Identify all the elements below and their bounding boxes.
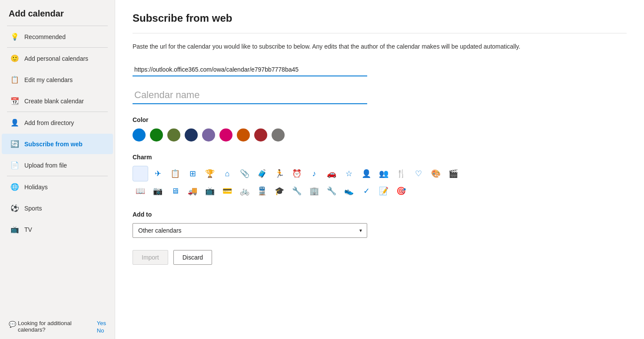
sidebar-item-add-from-dir[interactable]: 👤 Add from directory: [2, 112, 113, 133]
charm-building[interactable]: 🏢: [306, 183, 322, 199]
footer-text: Looking for additional calendars?: [18, 320, 95, 333]
sidebar-item-label: Add from directory: [24, 119, 74, 126]
charm-star[interactable]: ☆: [341, 166, 357, 181]
charm-display[interactable]: 📺: [202, 183, 218, 199]
sidebar-divider-2: [7, 47, 108, 48]
title-divider: [133, 33, 627, 33]
main-content: Subscribe from web Paste the url for the…: [115, 0, 644, 339]
color-navy[interactable]: [185, 128, 198, 142]
charm-plane[interactable]: ✈: [150, 166, 166, 181]
charm-train[interactable]: 🚆: [254, 183, 270, 199]
charm-target[interactable]: 🎯: [393, 183, 409, 199]
sidebar-item-label: Subscribe from web: [24, 141, 83, 148]
charm-first-aid[interactable]: ⊞: [185, 166, 200, 181]
charm-check[interactable]: ✓: [359, 183, 374, 199]
tv-icon: 📺: [10, 225, 19, 234]
sidebar-footer: 💬 Looking for additional calendars? Yes …: [0, 315, 115, 339]
charm-color-wheel[interactable]: 🎨: [428, 166, 444, 181]
charm-movie[interactable]: 🎬: [445, 166, 461, 181]
add-to-section: Add to Other calendars My Calendar ▾: [133, 211, 367, 238]
charm-card[interactable]: 💳: [219, 183, 235, 199]
sidebar-item-edit-my[interactable]: 📋 Edit my calendars: [2, 69, 113, 90]
charm-people[interactable]: 👥: [376, 166, 392, 181]
charm-clock[interactable]: ⏰: [289, 166, 305, 181]
add-to-dropdown[interactable]: Other calendars My Calendar: [133, 223, 367, 238]
charm-home[interactable]: ⌂: [219, 166, 235, 181]
sidebar-item-sports[interactable]: ⚽ Sports: [2, 198, 113, 218]
lightbulb-icon: 💡: [10, 33, 19, 41]
sports-icon: ⚽: [10, 204, 19, 212]
sidebar-divider-3: [7, 112, 108, 112]
charm-heart[interactable]: ♡: [411, 166, 426, 181]
charm-person-run[interactable]: 🏃: [272, 166, 287, 181]
charm-monitor[interactable]: 🖥: [167, 183, 183, 199]
charm-calendar-note[interactable]: 📋: [167, 166, 183, 181]
color-red[interactable]: [254, 128, 267, 142]
sidebar-item-holidays[interactable]: 🌐 Holidays: [2, 177, 113, 197]
charm-luggage[interactable]: 🧳: [254, 166, 270, 181]
charm-wrench[interactable]: 🔧: [324, 183, 339, 199]
create-calendar-icon: 📆: [10, 97, 19, 105]
page-title: Subscribe from web: [133, 12, 627, 24]
charm-bike[interactable]: 🚲: [237, 183, 252, 199]
color-purple[interactable]: [202, 128, 215, 142]
dropdown-container: Other calendars My Calendar ▾: [133, 223, 367, 238]
charm-blank[interactable]: [133, 166, 148, 181]
charm-camera[interactable]: 📷: [150, 183, 166, 199]
color-label: Color: [133, 116, 627, 123]
sidebar-item-subscribe[interactable]: 🔄 Subscribe from web: [2, 134, 113, 154]
color-teal[interactable]: [150, 128, 163, 142]
charm-shoe[interactable]: 👟: [341, 183, 357, 199]
sidebar-item-label: TV: [24, 226, 32, 233]
sidebar-item-recommended[interactable]: 💡 Recommended: [2, 26, 113, 47]
color-blue[interactable]: [133, 128, 146, 142]
import-button[interactable]: Import: [133, 250, 168, 265]
url-input-container: [133, 63, 367, 76]
sidebar-item-label: Edit my calendars: [24, 76, 73, 83]
charm-trophy[interactable]: 🏆: [202, 166, 218, 181]
sidebar-item-create-blank[interactable]: 📆 Create blank calendar: [2, 91, 113, 111]
footer-yes-link[interactable]: Yes: [97, 320, 106, 326]
edit-calendar-icon: 📋: [10, 76, 19, 84]
add-to-label: Add to: [133, 211, 367, 218]
charm-book[interactable]: 📖: [133, 183, 148, 199]
color-gray[interactable]: [272, 128, 285, 142]
sidebar-item-upload[interactable]: 📄 Upload from file: [2, 155, 113, 175]
person-add-icon: 🙂: [10, 54, 19, 63]
directory-icon: 👤: [10, 118, 19, 127]
sidebar-item-label: Create blank calendar: [24, 98, 84, 105]
holidays-icon: 🌐: [10, 183, 19, 191]
charm-truck[interactable]: 🚚: [185, 183, 200, 199]
sidebar-item-add-personal[interactable]: 🙂 Add personal calendars: [2, 48, 113, 69]
sidebar-title: Add calendar: [0, 0, 115, 26]
charm-fork-knife[interactable]: 🍴: [393, 166, 409, 181]
sidebar: Add calendar 💡 Recommended 🙂 Add persona…: [0, 0, 115, 339]
charm-label: Charm: [133, 154, 627, 161]
color-orange[interactable]: [237, 128, 250, 142]
charm-graduation[interactable]: 🎓: [272, 183, 287, 199]
charm-grid: ✈ 📋 ⊞ 🏆 ⌂ 📎 🧳 🏃 ⏰ ♪ 🚗 ☆ 👤 👥 🍴 ♡ 🎨 🎬 📖 📷 …: [133, 166, 454, 199]
color-olive[interactable]: [167, 128, 180, 142]
color-pink[interactable]: [219, 128, 232, 142]
charm-paperclip[interactable]: 📎: [237, 166, 252, 181]
charm-person[interactable]: 👤: [359, 166, 374, 181]
calendar-name-input[interactable]: [133, 87, 367, 104]
url-input[interactable]: [133, 63, 367, 76]
color-row: [133, 128, 627, 142]
charm-tools[interactable]: 🔧: [289, 183, 305, 199]
calendar-name-container: [133, 87, 367, 104]
sidebar-item-label: Holidays: [24, 184, 48, 191]
sidebar-item-tv[interactable]: 📺 TV: [2, 219, 113, 240]
upload-icon: 📄: [10, 161, 19, 169]
footer-no-link[interactable]: No: [97, 327, 106, 334]
description-text: Paste the url for the calendar you would…: [133, 42, 627, 51]
sidebar-item-label: Sports: [24, 205, 42, 212]
charm-car[interactable]: 🚗: [324, 166, 339, 181]
charm-section: Charm ✈ 📋 ⊞ 🏆 ⌂ 📎 🧳 🏃 ⏰ ♪ 🚗 ☆ 👤 👥 🍴 ♡ 🎨 …: [133, 154, 627, 199]
footer-links: Yes No: [97, 320, 106, 334]
sidebar-item-label: Recommended: [24, 33, 66, 40]
button-row: Import Discard: [133, 250, 627, 265]
charm-notes[interactable]: 📝: [376, 183, 392, 199]
discard-button[interactable]: Discard: [173, 250, 212, 265]
charm-music[interactable]: ♪: [306, 166, 322, 181]
